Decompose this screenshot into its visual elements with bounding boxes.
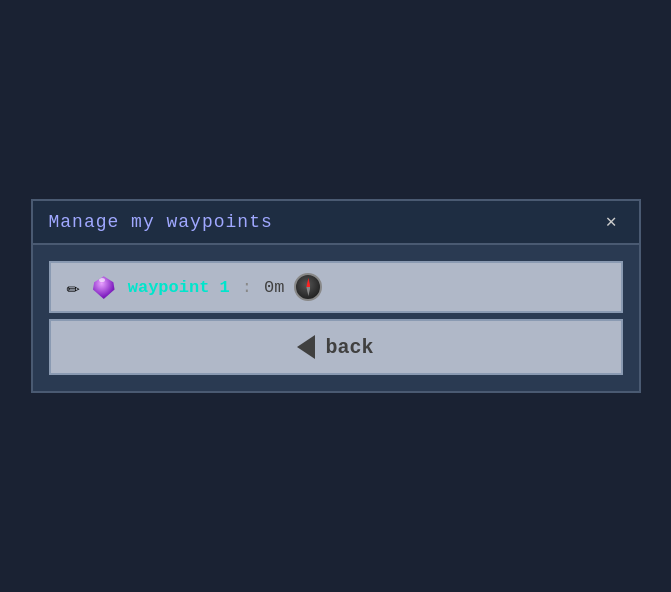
close-button[interactable]: ✕ — [600, 211, 623, 233]
back-button[interactable]: back — [49, 319, 623, 375]
edit-icon: ✏️ — [67, 274, 80, 301]
dialog-body: ✏️ waypoint 1 : 0m back — [33, 245, 639, 391]
compass-icon — [294, 273, 322, 301]
waypoint-gem-icon — [90, 273, 118, 301]
manage-waypoints-dialog: Manage my waypoints ✕ ✏️ waypoint 1 : 0m… — [31, 199, 641, 393]
dialog-title: Manage my waypoints — [49, 212, 273, 232]
back-arrow-icon — [297, 335, 315, 359]
waypoint-distance: 0m — [264, 278, 284, 297]
back-label: back — [325, 336, 373, 359]
waypoint-row[interactable]: ✏️ waypoint 1 : 0m — [49, 261, 623, 313]
waypoint-separator: : — [242, 278, 252, 297]
title-bar: Manage my waypoints ✕ — [33, 201, 639, 245]
waypoint-name: waypoint 1 — [128, 278, 230, 297]
